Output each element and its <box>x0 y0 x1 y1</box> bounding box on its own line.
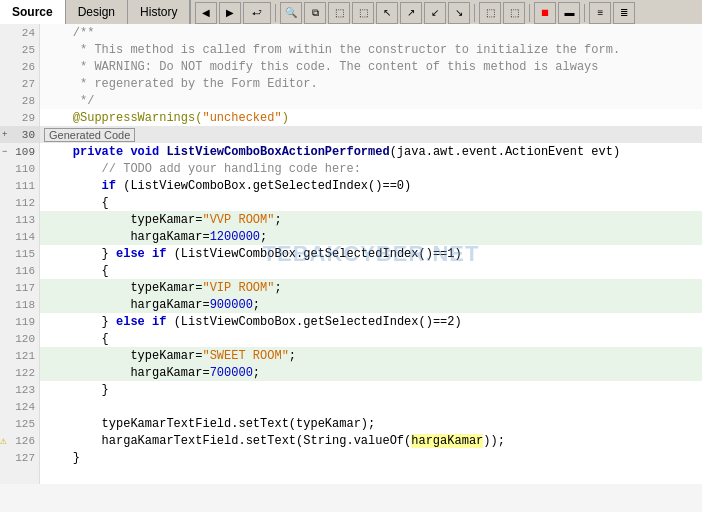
line-num-123: 123 <box>0 381 39 398</box>
sep4 <box>584 4 585 22</box>
code-line-109: private void ListViewComboBoxActionPerfo… <box>40 143 702 160</box>
toolbar-btn-5[interactable]: ⧉ <box>304 2 326 24</box>
tab-history[interactable]: History <box>128 0 190 24</box>
code-line-120: { <box>40 330 702 347</box>
code-line-125: typeKamarTextField.setText(typeKamar); <box>40 415 702 432</box>
sep1 <box>275 4 276 22</box>
code-line-112: { <box>40 194 702 211</box>
line-num-125: 125 <box>0 415 39 432</box>
code-line-25: * This method is called from within the … <box>40 41 702 58</box>
code-line-26: * WARNING: Do NOT modify this code. The … <box>40 58 702 75</box>
toolbar: ◀ ▶ ⮐ 🔍 ⧉ ⬚ ⬚ ↖ ↗ ↙ ↘ ⬚ ⬚ ⏹ ▬ ≡ ≣ <box>190 0 702 24</box>
line-num-109: −109 <box>0 143 39 160</box>
line-num-30: +30 <box>0 126 39 143</box>
line-num-127: 127 <box>0 449 39 466</box>
code-line-114: hargaKamar=1200000; <box>40 228 702 245</box>
code-line-113: typeKamar="VVP ROOM"; <box>40 211 702 228</box>
toolbar-btn-10[interactable]: ↙ <box>424 2 446 24</box>
code-line-127: } <box>40 449 702 466</box>
toolbar-btn-12[interactable]: ⬚ <box>479 2 501 24</box>
toolbar-btn-1[interactable]: ◀ <box>195 2 217 24</box>
line-num-25: 25 <box>0 41 39 58</box>
code-line-115: } else if (ListViewComboBox.getSelectedI… <box>40 245 702 262</box>
toolbar-btn-stop[interactable]: ⏹ <box>534 2 556 24</box>
line-num-28: 28 <box>0 92 39 109</box>
line-num-114: 114 <box>0 228 39 245</box>
tab-bar: Source Design History ◀ ▶ ⮐ 🔍 ⧉ ⬚ ⬚ ↖ ↗ … <box>0 0 702 24</box>
code-line-123: } <box>40 381 702 398</box>
line-numbers: 24 25 26 27 28 29 +30 −109 110 111 112 1… <box>0 24 40 484</box>
toolbar-btn-9[interactable]: ↗ <box>400 2 422 24</box>
line-num-110: 110 <box>0 160 39 177</box>
line-num-119: 119 <box>0 313 39 330</box>
code-line-117: typeKamar="VIP ROOM"; <box>40 279 702 296</box>
line-num-24: 24 <box>0 24 39 41</box>
code-line-119: } else if (ListViewComboBox.getSelectedI… <box>40 313 702 330</box>
line-num-122: 122 <box>0 364 39 381</box>
code-line-124 <box>40 398 702 415</box>
toolbar-btn-16[interactable]: ≣ <box>613 2 635 24</box>
line-num-121: 121 <box>0 347 39 364</box>
toolbar-btn-11[interactable]: ↘ <box>448 2 470 24</box>
code-line-110: // TODO add your handling code here: <box>40 160 702 177</box>
main-area: 24 25 26 27 28 29 +30 −109 110 111 112 1… <box>0 24 702 484</box>
toolbar-btn-8[interactable]: ↖ <box>376 2 398 24</box>
toolbar-btn-15[interactable]: ≡ <box>589 2 611 24</box>
toolbar-btn-6[interactable]: ⬚ <box>328 2 350 24</box>
toolbar-btn-2[interactable]: ▶ <box>219 2 241 24</box>
sep2 <box>474 4 475 22</box>
line-num-27: 27 <box>0 75 39 92</box>
tab-source[interactable]: Source <box>0 0 66 24</box>
line-num-124: 124 <box>0 398 39 415</box>
toolbar-btn-14[interactable]: ▬ <box>558 2 580 24</box>
code-line-27: * regenerated by the Form Editor. <box>40 75 702 92</box>
sep3 <box>529 4 530 22</box>
code-line-30: Generated Code <box>40 126 702 143</box>
line-num-113: 113 <box>0 211 39 228</box>
line-num-116: 116 <box>0 262 39 279</box>
line-num-112: 112 <box>0 194 39 211</box>
code-line-24: /** <box>40 24 702 41</box>
line-num-117: 117 <box>0 279 39 296</box>
line-num-26: 26 <box>0 58 39 75</box>
code-line-118: hargaKamar=900000; <box>40 296 702 313</box>
line-num-126: ⚠126 <box>0 432 39 449</box>
code-line-28: */ <box>40 92 702 109</box>
toolbar-btn-4[interactable]: 🔍 <box>280 2 302 24</box>
toolbar-btn-13[interactable]: ⬚ <box>503 2 525 24</box>
tab-design[interactable]: Design <box>66 0 128 24</box>
line-num-115: 115 <box>0 245 39 262</box>
code-line-126: hargaKamarTextField.setText(String.value… <box>40 432 702 449</box>
toolbar-btn-3[interactable]: ⮐ <box>243 2 271 24</box>
code-line-29: @SuppressWarnings("unchecked") <box>40 109 702 126</box>
line-num-120: 120 <box>0 330 39 347</box>
code-line-121: typeKamar="SWEET ROOM"; <box>40 347 702 364</box>
code-area-wrapper: TEBAKCYBER.NET /** * This method is call… <box>40 24 702 484</box>
line-num-29: 29 <box>0 109 39 126</box>
code-line-116: { <box>40 262 702 279</box>
code-line-122: hargaKamar=700000; <box>40 364 702 381</box>
line-num-111: 111 <box>0 177 39 194</box>
code-line-111: if (ListViewComboBox.getSelectedIndex()=… <box>40 177 702 194</box>
toolbar-btn-7[interactable]: ⬚ <box>352 2 374 24</box>
code-content[interactable]: /** * This method is called from within … <box>40 24 702 484</box>
line-num-118: 118 <box>0 296 39 313</box>
